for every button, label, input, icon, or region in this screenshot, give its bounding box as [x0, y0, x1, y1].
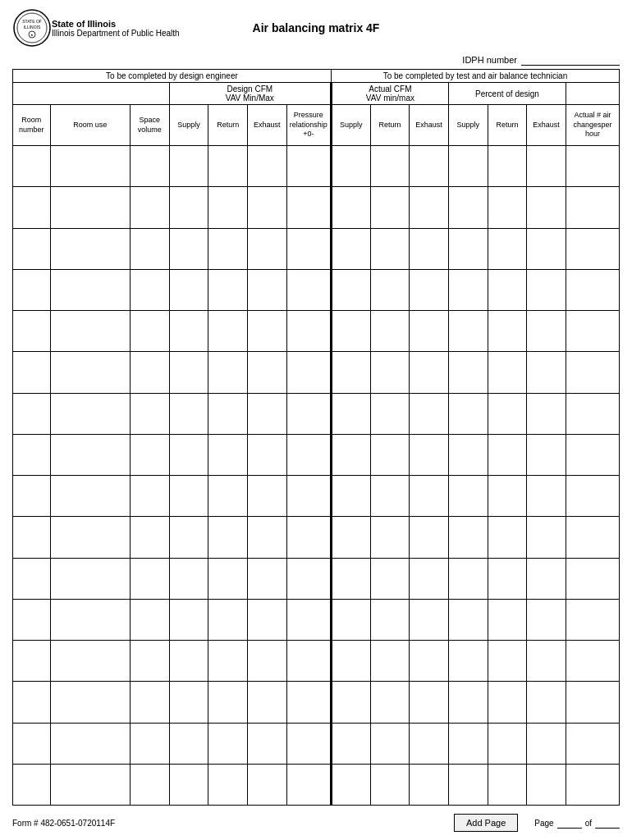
table-cell[interactable] — [370, 641, 410, 682]
table-cell[interactable] — [131, 723, 170, 764]
table-cell[interactable] — [410, 269, 449, 310]
table-cell[interactable] — [410, 311, 449, 352]
table-row[interactable] — [13, 682, 620, 723]
table-cell[interactable] — [248, 269, 287, 310]
table-cell[interactable] — [527, 599, 566, 640]
table-row[interactable] — [13, 352, 620, 393]
table-cell[interactable] — [488, 228, 527, 269]
table-cell[interactable] — [286, 723, 331, 764]
table-row[interactable] — [13, 311, 620, 352]
table-cell[interactable] — [286, 434, 331, 475]
table-cell[interactable] — [527, 517, 566, 558]
table-cell[interactable] — [527, 393, 566, 434]
table-cell[interactable] — [488, 558, 527, 599]
table-cell[interactable] — [448, 311, 488, 352]
table-row[interactable] — [13, 187, 620, 228]
table-cell[interactable] — [448, 393, 488, 434]
table-cell[interactable] — [131, 269, 170, 310]
table-cell[interactable] — [50, 269, 131, 310]
table-row[interactable] — [13, 558, 620, 599]
table-cell[interactable] — [50, 641, 131, 682]
table-cell[interactable] — [410, 764, 449, 805]
table-cell[interactable] — [131, 187, 170, 228]
table-cell[interactable] — [169, 187, 208, 228]
table-cell[interactable] — [488, 517, 527, 558]
table-cell[interactable] — [370, 476, 410, 517]
table-cell[interactable] — [331, 311, 370, 352]
table-cell[interactable] — [370, 311, 410, 352]
table-cell[interactable] — [448, 476, 488, 517]
table-cell[interactable] — [169, 641, 208, 682]
table-cell[interactable] — [286, 476, 331, 517]
table-cell[interactable] — [248, 187, 287, 228]
page-current[interactable] — [557, 817, 582, 829]
table-cell[interactable] — [169, 764, 208, 805]
table-cell[interactable] — [331, 228, 370, 269]
table-cell[interactable] — [488, 311, 527, 352]
table-cell[interactable] — [488, 434, 527, 475]
table-cell[interactable] — [410, 146, 449, 187]
table-row[interactable] — [13, 476, 620, 517]
table-cell[interactable] — [131, 476, 170, 517]
table-cell[interactable] — [331, 723, 370, 764]
table-cell[interactable] — [448, 228, 488, 269]
table-cell[interactable] — [286, 146, 331, 187]
table-cell[interactable] — [50, 434, 131, 475]
table-cell[interactable] — [50, 682, 131, 723]
table-cell[interactable] — [248, 682, 287, 723]
table-cell[interactable] — [50, 558, 131, 599]
table-cell[interactable] — [410, 517, 449, 558]
table-row[interactable] — [13, 723, 620, 764]
table-cell[interactable] — [527, 311, 566, 352]
add-page-button[interactable]: Add Page — [454, 814, 518, 832]
table-cell[interactable] — [131, 641, 170, 682]
table-cell[interactable] — [527, 434, 566, 475]
page-total[interactable] — [595, 817, 620, 829]
table-cell[interactable] — [331, 764, 370, 805]
table-row[interactable] — [13, 269, 620, 310]
table-cell[interactable] — [410, 641, 449, 682]
table-cell[interactable] — [527, 146, 566, 187]
table-cell[interactable] — [410, 187, 449, 228]
table-cell[interactable] — [286, 311, 331, 352]
table-cell[interactable] — [248, 476, 287, 517]
table-cell[interactable] — [448, 599, 488, 640]
table-cell[interactable] — [208, 682, 248, 723]
table-cell[interactable] — [370, 599, 410, 640]
table-cell[interactable] — [13, 228, 51, 269]
table-cell[interactable] — [488, 723, 527, 764]
table-cell[interactable] — [488, 146, 527, 187]
table-cell[interactable] — [50, 764, 131, 805]
table-cell[interactable] — [566, 723, 619, 764]
table-cell[interactable] — [50, 228, 131, 269]
table-cell[interactable] — [331, 558, 370, 599]
table-cell[interactable] — [527, 641, 566, 682]
table-row[interactable] — [13, 764, 620, 805]
table-cell[interactable] — [410, 434, 449, 475]
table-cell[interactable] — [286, 682, 331, 723]
table-cell[interactable] — [248, 517, 287, 558]
table-cell[interactable] — [448, 723, 488, 764]
table-cell[interactable] — [13, 723, 51, 764]
table-cell[interactable] — [13, 764, 51, 805]
table-cell[interactable] — [448, 269, 488, 310]
table-cell[interactable] — [13, 187, 51, 228]
table-cell[interactable] — [169, 723, 208, 764]
table-row[interactable] — [13, 393, 620, 434]
table-cell[interactable] — [488, 352, 527, 393]
table-cell[interactable] — [208, 723, 248, 764]
table-cell[interactable] — [527, 352, 566, 393]
table-cell[interactable] — [286, 352, 331, 393]
table-cell[interactable] — [169, 558, 208, 599]
table-cell[interactable] — [13, 434, 51, 475]
table-cell[interactable] — [286, 599, 331, 640]
table-cell[interactable] — [527, 476, 566, 517]
table-cell[interactable] — [208, 476, 248, 517]
table-cell[interactable] — [448, 434, 488, 475]
table-cell[interactable] — [370, 723, 410, 764]
table-cell[interactable] — [410, 558, 449, 599]
table-cell[interactable] — [248, 146, 287, 187]
table-cell[interactable] — [566, 146, 619, 187]
table-cell[interactable] — [248, 558, 287, 599]
table-cell[interactable] — [169, 228, 208, 269]
